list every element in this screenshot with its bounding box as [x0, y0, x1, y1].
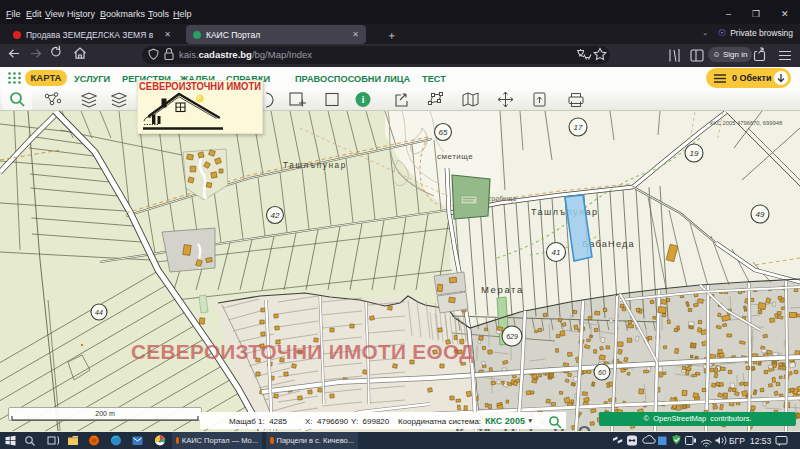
svg-text:41: 41 — [552, 248, 561, 257]
svg-text:17: 17 — [574, 123, 583, 132]
svg-text:СЕВЕРОИЗТОЧНИ ИМОТИ ЕООД: СЕВЕРОИЗТОЧНИ ИМОТИ ЕООД — [131, 340, 474, 363]
svg-text:19: 19 — [690, 149, 699, 158]
svg-text:Мерата: Мерата — [481, 284, 524, 295]
svg-text:629: 629 — [506, 333, 518, 340]
svg-text:сметище: сметище — [437, 152, 473, 161]
svg-text:42: 42 — [271, 211, 280, 220]
svg-text:12:53: 12:53 — [750, 436, 772, 446]
svg-text:44: 44 — [95, 309, 103, 316]
svg-text:i: i — [362, 95, 365, 105]
svg-text:Ташлъпунар: Ташлъпунар — [531, 207, 599, 217]
svg-text:65: 65 — [439, 128, 448, 137]
svg-text:ККС 2005 4796670, 699948: ККС 2005 4796670, 699948 — [710, 120, 782, 126]
svg-text:гробища: гробища — [489, 195, 517, 203]
svg-text:49: 49 — [756, 210, 765, 219]
svg-text:Ташлъпунар: Ташлъпунар — [283, 161, 347, 170]
svg-text:60: 60 — [598, 369, 606, 376]
svg-text:БГР: БГР — [729, 436, 745, 446]
